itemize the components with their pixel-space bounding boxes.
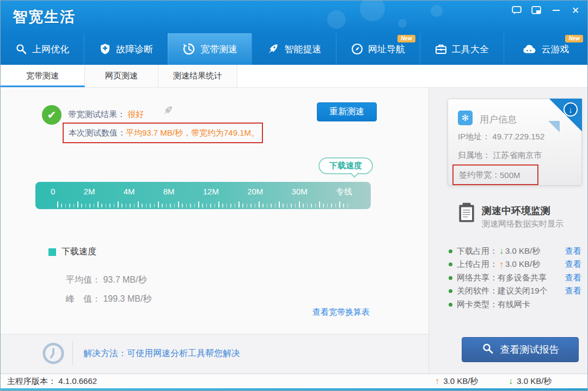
nav-item-speedtest[interactable]: 宽带测速 [168,33,252,65]
bandwidth-value: 500M [500,170,520,180]
retest-button[interactable]: 重新测速 [317,102,377,121]
test-value-highlight-box: 本次测试数值： 平均93.7 MB/秒，带宽约为749.1M。 [63,123,263,143]
test-value-text: 平均93.7 MB/秒，带宽约为749.1M。 [126,128,259,138]
toolbox-icon [435,43,447,55]
tab-result-stats[interactable]: 测速结果统计 [158,65,237,87]
bandwidth-highlight-box: 签约带宽： 500M [452,164,538,185]
user-info-card: ↓ ✻ 用户信息 IP地址： 49.77.229.152 归属地： 江苏省南京市… [448,99,582,186]
gauge-tick-label: 30M [292,187,308,197]
status-download: ↓ 3.0 KB/秒 [507,376,552,387]
skin-icon[interactable] [531,5,542,16]
tab-webpage-test[interactable]: 网页测速 [85,65,158,87]
bullet-icon [449,249,452,253]
status-upload: ↑ 3.0 KB/秒 [433,376,478,387]
view-link[interactable]: 查看 [565,246,581,256]
nav-label: 上网优化 [32,43,69,56]
view-report-button[interactable]: 查看测试报告 [462,337,579,362]
bullet-icon [449,289,452,293]
tab-broadband-test[interactable]: 宽带测速 [1,65,85,87]
down-arrow-icon: ↓ [499,246,504,256]
main-nav: 上网优化 故障诊断 宽带测速 智能提速 网址导航 New 工具大全 云游戏 Ne… [1,33,587,65]
up-arrow-icon: ↑ [499,260,504,270]
monitor-label: 网络共享： [457,273,498,283]
monitor-label: 上传占用： [457,259,498,270]
user-info-icon: ✻ [458,111,473,125]
version-label: 主程序版本： [7,376,56,386]
gauge-tick-label: 12M [203,187,219,197]
gauge-major-ticks [57,201,348,207]
window-controls: ✕ [511,5,581,16]
download-legend-label: 下载速度 [62,246,96,258]
monitor-value: 有线网卡 [498,300,530,310]
decor-bubble [431,5,443,17]
gauge-tick-label: 0 [51,187,55,197]
down-arrow-icon: ↓ [509,376,513,386]
monitor-row-nic: 网卡类型： 有线网卡 [449,298,583,311]
close-button[interactable]: ✕ [570,5,581,16]
nav-item-optimize[interactable]: 上网优化 [1,33,84,65]
monitor-subtitle: 测速网络数据实时显示 [482,219,564,229]
nav-item-sites[interactable]: 网址导航 New [336,33,420,65]
monitor-row-upload: 上传占用： ↑ 3.0 KB/秒 查看 [449,258,583,272]
sub-tabs: 宽带测速 网页测速 测速结果统计 [1,65,587,88]
monitor-row-sharing: 网络共享： 有多设备共享 查看 [449,271,583,285]
download-speed-bubble: 下载速度 [318,157,373,174]
test-result-label: 带宽测试结果： [68,109,125,119]
nav-label: 云游戏 [541,43,569,56]
bottom-accent-line [1,388,587,391]
clock-icon [42,342,65,367]
status-upload-value: 3.0 KB/秒 [443,376,478,386]
gauge-tick-label: 专线 [336,187,352,197]
new-badge: New [397,35,415,42]
average-speed-line: 平均值： 93.7 MB/秒 [66,274,146,286]
gauge-tick-label: 20M [247,187,263,197]
status-download-value: 3.0 KB/秒 [517,376,552,386]
nav-label: 智能提速 [284,43,321,56]
nav-item-diagnose[interactable]: 故障诊断 [84,33,168,65]
monitor-row-software: 关闭软件： 建议关闭19个 查看 [449,285,583,298]
version-line: 主程序版本： 4.1.0.6662 [7,376,97,387]
speed-clock-icon [182,42,195,56]
peak-speed-line: 峰 值： 199.3 MB/秒 [66,294,151,305]
monitor-value: 3.0 KB/秒 [505,259,540,270]
decor-bubble [360,0,385,21]
decor-bubble [327,10,346,29]
view-link[interactable]: 查看 [565,286,581,296]
nav-label: 宽带测速 [200,43,237,56]
view-link[interactable]: 查看 [565,273,581,283]
monitor-row-download: 下载占用： ↓ 3.0 KB/秒 查看 [449,245,583,258]
monitor-value: 3.0 KB/秒 [505,246,540,256]
gauge-tick-label: 4M [124,187,135,197]
nav-item-boost[interactable]: 智能提速 [252,33,335,65]
location-line: 归属地： 江苏省南京市 [458,150,542,161]
gauge-tick-label: 2M [84,187,95,197]
monitor-label: 关闭软件： [457,286,498,296]
test-result-value: 很好 [127,109,144,119]
nav-label: 网址导航 [368,43,405,56]
bandwidth-conversion-link[interactable]: 查看宽带换算表 [313,307,370,317]
up-arrow-icon: ↑ [435,376,439,386]
gauge-scale-labels: 0 2M 4M 8M 12M 20M 30M 专线 [51,187,352,197]
bullet-icon [449,303,452,307]
nav-item-tools[interactable]: 工具大全 [420,33,504,65]
gauge-tick-label: 8M [163,187,175,197]
ip-address-line: IP地址： 49.77.229.152 [458,132,544,142]
user-info-title: 用户信息 [480,113,517,126]
monitor-list: 下载占用： ↓ 3.0 KB/秒 查看 上传占用： ↑ 3.0 KB/秒 查看 … [449,245,583,311]
view-link[interactable]: 查看 [565,259,581,270]
nav-item-cloudgame[interactable]: 云游戏 New [504,33,587,65]
average-value: 93.7 MB/秒 [103,275,146,284]
report-magnifier-icon [482,343,494,357]
ip-value: 49.77.229.152 [492,132,544,141]
collapse-arrow-icon[interactable]: ↓ [564,102,578,117]
minimize-button[interactable] [550,5,561,16]
magnifier-icon [15,43,27,55]
ip-label: IP地址： [458,132,490,141]
nav-label: 故障诊断 [116,43,153,56]
location-label: 归属地： [458,150,491,160]
decor-bubble [398,19,407,28]
feedback-icon[interactable] [511,5,522,16]
sidebar: ↓ ✻ 用户信息 IP地址： 49.77.229.152 归属地： 江苏省南京市… [428,88,588,374]
bullet-icon [449,276,452,280]
monitor-label: 网卡类型： [457,300,498,310]
